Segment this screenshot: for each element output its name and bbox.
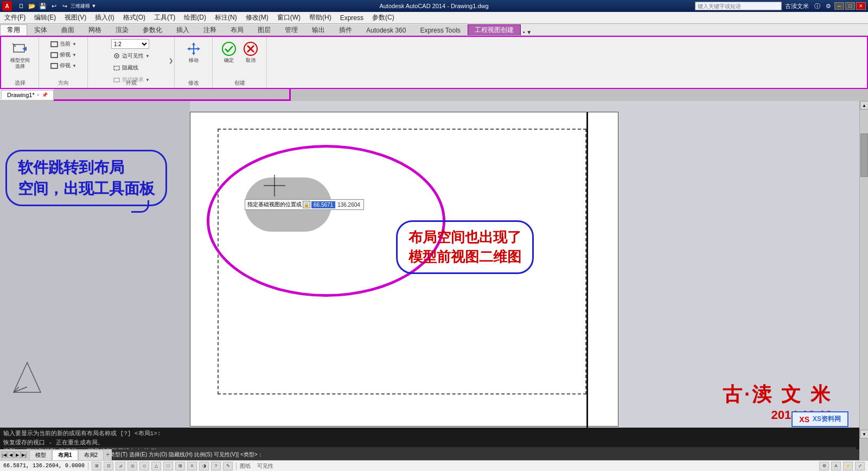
model-space-select-button[interactable]: 模型空间选择	[9, 39, 31, 71]
restore-button[interactable]: □	[845, 2, 855, 10]
tab-plugin[interactable]: 插件	[332, 24, 359, 35]
visibility-btn[interactable]: 边可见性 ▼	[111, 51, 151, 61]
layout-tab-layout1[interactable]: 布局1	[52, 450, 78, 460]
menu-format[interactable]: 格式(O)	[119, 12, 150, 23]
hidden-lines-icon	[112, 63, 121, 72]
sc-button[interactable]: ✎	[223, 462, 233, 470]
select-group-label: 选择	[1, 79, 39, 87]
menu-express[interactable]: Express	[336, 13, 368, 23]
visibility-label[interactable]: 可见性	[257, 462, 273, 470]
grid-button[interactable]: ⊡	[104, 462, 113, 470]
move-button[interactable]: 移动	[184, 39, 203, 65]
hidden-lines-btn[interactable]: 隐藏线	[111, 63, 139, 73]
tab-mesh[interactable]: 网格	[81, 24, 108, 35]
tooltip-lock-icon[interactable]: 🔒	[303, 201, 310, 208]
menu-help[interactable]: 帮助(H)	[305, 12, 336, 23]
snap-mode-button[interactable]: ⊞	[92, 462, 101, 470]
tab-surface[interactable]: 曲面	[54, 24, 81, 35]
menu-tools[interactable]: 工具(T)	[150, 12, 180, 23]
ortho-button[interactable]: ⊿	[116, 462, 125, 470]
tab-render[interactable]: 渲染	[108, 24, 136, 35]
confirm-button[interactable]: 确定	[219, 39, 239, 65]
layout-nav-prev[interactable]: ◀	[8, 451, 14, 458]
tab-autodesk360[interactable]: Autodesk 360	[359, 24, 413, 35]
transparency-button[interactable]: ◑	[199, 462, 209, 470]
workspace-switch-button[interactable]: ⚙	[819, 462, 829, 470]
tab-extra[interactable]: • ▼	[523, 29, 532, 35]
osnap-button[interactable]: ◇	[139, 462, 149, 470]
current-view-btn[interactable]: 当前 ▼	[49, 39, 78, 49]
tab-solid[interactable]: 实体	[27, 24, 54, 35]
confirm-icon	[220, 40, 238, 58]
search-input[interactable]	[695, 2, 782, 10]
settings-button[interactable]: ⚙	[826, 3, 831, 10]
tab-parametric[interactable]: 参数化	[136, 24, 169, 35]
drawing-area[interactable]: 指定基础视图的位置或 🔒 66.5671 136.2604 软件跳转到布局空间，…	[0, 101, 859, 438]
layout-nav-last[interactable]: ▶|	[21, 451, 27, 458]
drawing-tab-1[interactable]: Drawing1* × 📌	[1, 90, 54, 99]
scroll-thumb[interactable]	[860, 133, 868, 177]
drawing-tab-pin[interactable]: 📌	[42, 92, 48, 98]
ribbon-panel: 模型空间选择 选择 当前 ▼ 俯视 ▼	[0, 36, 868, 89]
layout-nav-next[interactable]: ▶	[14, 451, 21, 458]
menu-params[interactable]: 参数(C)	[368, 12, 399, 23]
coordinate-input-box[interactable]: 指定基础视图的位置或 🔒 66.5671 136.2604	[245, 199, 364, 210]
page-setup-label[interactable]: 图纸	[240, 462, 251, 470]
tab-express-tools[interactable]: Express Tools	[413, 24, 467, 35]
menu-annotate[interactable]: 标注(N)	[210, 12, 241, 23]
svg-rect-5	[51, 63, 58, 68]
tooltip-label: 指定基础视图的位置或	[247, 201, 302, 208]
modify-group-label: 修改	[175, 79, 212, 87]
tab-common[interactable]: 常用	[0, 24, 27, 35]
menu-view[interactable]: 视图(V)	[60, 12, 91, 23]
user-menu[interactable]: 古渎文米	[785, 2, 809, 10]
scale-select[interactable]: 1:2 1:1 1:5	[111, 39, 149, 49]
undo-button[interactable]: ↩	[49, 1, 59, 11]
info-button[interactable]: ⓘ	[814, 2, 820, 10]
tab-manage[interactable]: 管理	[278, 24, 305, 35]
clean-screen-button[interactable]: ⤢	[855, 462, 865, 470]
current-view-icon	[50, 40, 59, 48]
drawing-tab-close[interactable]: ×	[37, 92, 40, 98]
appearance-expand[interactable]: ❯	[169, 58, 173, 63]
save-button[interactable]: 💾	[38, 1, 48, 11]
menu-modify[interactable]: 修改(M)	[241, 12, 273, 23]
layout-tab-layout2[interactable]: 布局2	[78, 450, 104, 460]
ducs-button[interactable]: □	[163, 462, 173, 470]
polar-button[interactable]: ◎	[127, 462, 137, 470]
annotations-button[interactable]: A	[831, 462, 841, 470]
redo-button[interactable]: ↪	[60, 1, 69, 11]
tab-output[interactable]: 输出	[305, 24, 332, 35]
bottom-view-btn[interactable]: 仰视 ▼	[49, 61, 78, 71]
qp-button[interactable]: ?	[211, 462, 221, 470]
dynin-button[interactable]: ⊞	[175, 462, 185, 470]
layout-nav-first[interactable]: |◀	[1, 451, 8, 458]
drawing-tab-name: Drawing1*	[7, 92, 35, 98]
menu-file[interactable]: 文件(F)	[0, 12, 30, 23]
tab-annotate[interactable]: 注释	[196, 24, 224, 35]
tab-insert[interactable]: 插入	[169, 24, 196, 35]
hardware-accel-button[interactable]: ⚡	[843, 462, 853, 470]
tab-viewbase[interactable]: 工程视图创建	[468, 24, 521, 35]
vertical-scrollbar[interactable]: ▲ ▼	[859, 101, 868, 438]
menu-draw[interactable]: 绘图(D)	[180, 12, 210, 23]
new-button[interactable]: 🗋	[16, 1, 26, 11]
open-button[interactable]: 📂	[27, 1, 37, 11]
menu-window[interactable]: 窗口(W)	[273, 12, 305, 23]
scroll-up-button[interactable]: ▲	[860, 101, 868, 110]
svg-rect-3	[51, 42, 58, 47]
svg-point-7	[116, 55, 118, 57]
lineweight-button[interactable]: ≡	[187, 462, 197, 470]
layout-tab-model[interactable]: 模型	[29, 450, 52, 460]
add-layout-button[interactable]: +	[104, 450, 112, 460]
scroll-down-button[interactable]: ▼	[860, 430, 868, 438]
otrack-button[interactable]: △	[151, 462, 161, 470]
minimize-button[interactable]: ─	[834, 2, 844, 10]
cancel-button[interactable]: 取消	[241, 39, 260, 65]
menu-insert[interactable]: 插入(I)	[91, 12, 118, 23]
menu-edit[interactable]: 编辑(E)	[30, 12, 60, 23]
tab-layout[interactable]: 布局	[224, 24, 251, 35]
close-button[interactable]: ✕	[856, 2, 866, 10]
tab-layer[interactable]: 图层	[251, 24, 278, 35]
top-view-btn[interactable]: 俯视 ▼	[49, 50, 78, 60]
